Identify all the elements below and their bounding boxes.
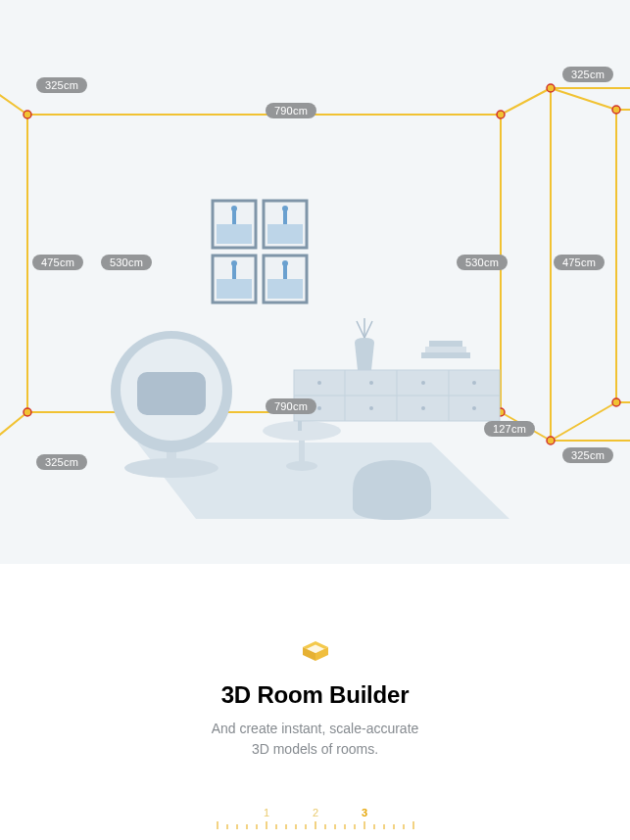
measure-badge-bot-right: 325cm <box>562 447 613 463</box>
svg-rect-59 <box>267 224 303 244</box>
svg-line-14 <box>551 88 616 110</box>
svg-point-22 <box>612 106 620 114</box>
svg-point-17 <box>497 111 505 118</box>
pager-1[interactable]: 1 <box>263 807 268 818</box>
svg-rect-50 <box>429 341 462 347</box>
subtitle-line2: 3D models of rooms. <box>252 741 378 757</box>
svg-point-38 <box>317 381 321 385</box>
svg-point-65 <box>231 260 237 266</box>
svg-rect-46 <box>298 421 302 431</box>
measure-badge-left-outer-h: 475cm <box>32 255 83 270</box>
svg-line-4 <box>0 54 27 115</box>
svg-line-53 <box>364 321 372 338</box>
svg-point-23 <box>612 398 620 406</box>
wall-art <box>213 201 307 303</box>
feature-title: 3D Room Builder <box>221 681 410 709</box>
measure-badge-right-inner-h: 530cm <box>457 255 508 270</box>
svg-rect-63 <box>217 279 252 299</box>
svg-point-20 <box>547 84 555 92</box>
subtitle-line1: And create instant, scale-accurate <box>212 721 419 736</box>
rug <box>137 443 509 519</box>
measure-badge-top-left: 325cm <box>36 77 87 93</box>
svg-rect-48 <box>421 352 470 358</box>
page-indicator[interactable]: 1 2 3 <box>208 802 423 831</box>
svg-line-15 <box>551 402 616 441</box>
feature-subtitle: And create instant, scale-accurate 3D mo… <box>212 719 419 760</box>
sideboard <box>294 318 500 431</box>
svg-point-69 <box>282 260 288 266</box>
measure-badge-floor-width: 790cm <box>266 398 316 414</box>
box-icon <box>299 634 332 668</box>
svg-point-61 <box>282 206 288 211</box>
svg-point-21 <box>547 437 555 444</box>
measure-badge-bot-left: 325cm <box>36 454 87 470</box>
measure-badge-top-width: 790cm <box>266 103 316 118</box>
measure-badge-sideboard: 127cm <box>484 421 535 437</box>
pager-2[interactable]: 2 <box>312 807 317 818</box>
svg-rect-49 <box>425 347 466 352</box>
svg-point-41 <box>369 406 373 410</box>
svg-point-42 <box>421 381 425 385</box>
feature-card: 3D Room Builder And create instant, scal… <box>0 564 630 840</box>
svg-point-39 <box>317 406 321 410</box>
measure-badge-right-outer-h: 475cm <box>554 255 605 270</box>
svg-line-6 <box>501 88 551 115</box>
room-svg <box>0 0 630 564</box>
pouf <box>353 460 431 520</box>
svg-point-57 <box>231 206 237 211</box>
room-illustration: 325cm 325cm 790cm 790cm 325cm 325cm 475c… <box>0 0 630 564</box>
measure-badge-top-right: 325cm <box>562 67 613 82</box>
svg-point-45 <box>472 406 476 410</box>
svg-point-43 <box>421 406 425 410</box>
svg-point-16 <box>24 111 31 118</box>
svg-point-40 <box>369 381 373 385</box>
pager-3[interactable]: 3 <box>361 807 366 818</box>
svg-point-44 <box>472 381 476 385</box>
svg-rect-28 <box>137 372 206 415</box>
measure-badge-left-inner-h: 530cm <box>101 255 152 270</box>
svg-rect-55 <box>217 224 252 244</box>
svg-line-5 <box>0 412 27 483</box>
svg-line-52 <box>357 321 364 338</box>
svg-rect-67 <box>267 279 303 299</box>
svg-point-18 <box>24 408 31 416</box>
